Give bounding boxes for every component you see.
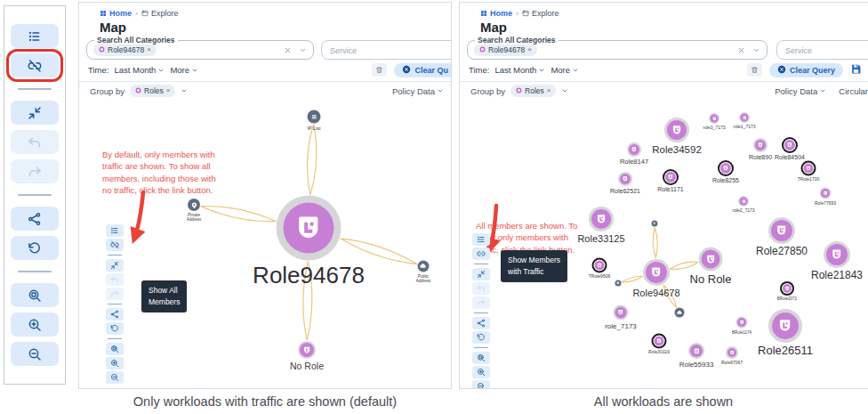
chip-remove-icon[interactable]: × bbox=[527, 46, 532, 53]
compress-button[interactable] bbox=[106, 259, 124, 272]
map-node-role84504[interactable] bbox=[784, 140, 795, 150]
layout-dropdown[interactable]: Circular bbox=[839, 86, 868, 96]
service-field[interactable] bbox=[321, 40, 452, 60]
map-node-role34592[interactable] bbox=[667, 120, 687, 140]
breadcrumb-explore-link[interactable]: Explore bbox=[522, 9, 559, 18]
list-button[interactable] bbox=[106, 224, 124, 237]
rotate-button[interactable] bbox=[106, 322, 124, 335]
delete-query-button[interactable] bbox=[372, 63, 387, 77]
clear-search-icon[interactable] bbox=[284, 42, 292, 58]
map-node-role26511[interactable] bbox=[772, 313, 799, 339]
zoom-in-button[interactable] bbox=[11, 313, 59, 337]
redo-button[interactable] bbox=[472, 296, 490, 309]
link-button[interactable] bbox=[472, 248, 490, 260]
zoom-fit-button[interactable] bbox=[472, 352, 490, 364]
zoom-in-button[interactable] bbox=[106, 357, 124, 369]
redo-button[interactable] bbox=[11, 159, 59, 183]
undo-button[interactable] bbox=[11, 130, 59, 154]
map-node-role67067[interactable] bbox=[727, 348, 736, 357]
map-node-brole1174[interactable] bbox=[737, 318, 746, 327]
map-node-role8255[interactable] bbox=[720, 163, 731, 174]
zoom-out-button[interactable] bbox=[11, 342, 59, 366]
zoom-out-button[interactable] bbox=[106, 371, 124, 384]
map-node-role2_7173[interactable] bbox=[740, 198, 748, 206]
map-node-role77693[interactable] bbox=[821, 189, 830, 198]
map-node-role1171[interactable] bbox=[665, 172, 676, 183]
list-button[interactable] bbox=[11, 24, 59, 48]
network-button[interactable] bbox=[106, 308, 124, 321]
breadcrumb-home-link[interactable]: Home bbox=[100, 9, 132, 18]
map-node-cloud[interactable] bbox=[675, 308, 685, 318]
service-input[interactable] bbox=[322, 42, 448, 60]
map-node-trole1700[interactable] bbox=[804, 164, 814, 174]
map-node-trole9506[interactable] bbox=[595, 261, 605, 271]
breadcrumb-explore-link[interactable]: Explore bbox=[141, 9, 179, 18]
chevron-down-icon[interactable] bbox=[181, 87, 188, 94]
service-field[interactable] bbox=[776, 40, 868, 60]
link-slash-button[interactable] bbox=[11, 53, 59, 77]
map-node-role21843[interactable] bbox=[826, 244, 848, 265]
zoom-out-button[interactable] bbox=[472, 380, 490, 388]
chevron-down-icon[interactable] bbox=[752, 42, 760, 58]
search-all-categories-field[interactable]: Search All Categories Role94678 × bbox=[467, 40, 768, 60]
map-node-pin[interactable] bbox=[615, 280, 622, 287]
map-node-iplist[interactable] bbox=[652, 221, 658, 227]
zoom-in-button[interactable] bbox=[472, 366, 490, 378]
chevron-down-icon[interactable] bbox=[561, 87, 568, 94]
map-node-role30119[interactable] bbox=[655, 337, 664, 346]
map-node-role8147[interactable] bbox=[629, 144, 639, 155]
compress-button[interactable] bbox=[472, 268, 490, 280]
search-chip-role94678[interactable]: Role94678 × bbox=[474, 44, 537, 56]
map-node-role_7173[interactable] bbox=[615, 307, 627, 319]
clear-query-button[interactable]: Clear Qu bbox=[394, 63, 452, 77]
map-node-role890[interactable] bbox=[755, 140, 766, 150]
undo-button[interactable] bbox=[472, 282, 490, 295]
chevron-down-icon[interactable] bbox=[299, 42, 307, 58]
more-dropdown[interactable]: More bbox=[551, 65, 579, 75]
map-node-ip-list[interactable] bbox=[308, 110, 321, 124]
more-dropdown[interactable]: More bbox=[170, 65, 198, 75]
breadcrumb-home-link[interactable]: Home bbox=[480, 9, 512, 18]
network-button[interactable] bbox=[11, 207, 59, 231]
map-node-no-role[interactable] bbox=[300, 343, 314, 357]
map-node-role1_7173[interactable] bbox=[741, 114, 749, 122]
rotate-button[interactable] bbox=[472, 331, 490, 344]
group-by-chip-roles[interactable]: Roles × bbox=[130, 85, 175, 97]
map-node-role27850[interactable] bbox=[771, 220, 792, 241]
map-node-role33125[interactable] bbox=[591, 209, 611, 229]
map-node-role62521[interactable] bbox=[620, 174, 631, 184]
compress-button[interactable] bbox=[11, 101, 59, 125]
time-range-dropdown[interactable]: Last Month bbox=[114, 65, 165, 75]
policy-data-dropdown[interactable]: Policy Data bbox=[775, 86, 826, 96]
list-button[interactable] bbox=[472, 233, 490, 246]
search-chip-role94678[interactable]: Role94678 × bbox=[93, 44, 157, 56]
undo-button[interactable] bbox=[106, 273, 124, 286]
policy-data-dropdown[interactable]: Policy Data bbox=[392, 86, 444, 96]
map-node-role55933[interactable] bbox=[690, 345, 703, 357]
map-node-role94678[interactable] bbox=[646, 262, 667, 283]
group-by-chip-roles[interactable]: Roles × bbox=[510, 85, 556, 97]
zoom-fit-button[interactable] bbox=[106, 343, 124, 355]
clear-query-button[interactable]: Clear Query bbox=[769, 63, 843, 77]
chip-remove-icon[interactable]: × bbox=[547, 87, 551, 94]
zoom-fit-button[interactable] bbox=[11, 283, 59, 307]
save-query-button[interactable] bbox=[850, 63, 862, 77]
delete-query-button[interactable] bbox=[747, 63, 762, 77]
chip-remove-icon[interactable]: × bbox=[166, 87, 171, 94]
map-node-public-address[interactable] bbox=[418, 261, 430, 272]
map-node-label: TRole9506 bbox=[589, 274, 610, 280]
map-node-private-address[interactable] bbox=[188, 199, 200, 211]
map-node-no-role[interactable] bbox=[702, 250, 720, 269]
time-range-dropdown[interactable]: Last Month bbox=[494, 65, 545, 75]
network-button[interactable] bbox=[472, 317, 490, 329]
link-slash-button[interactable] bbox=[106, 239, 124, 251]
chip-remove-icon[interactable]: × bbox=[147, 46, 151, 53]
map-node-role3_7173[interactable] bbox=[711, 115, 719, 123]
rotate-button[interactable] bbox=[11, 236, 59, 260]
clear-search-icon[interactable] bbox=[737, 42, 745, 58]
search-all-categories-field[interactable]: Search All Categories Role94678 × bbox=[86, 40, 314, 60]
map-node-role94678[interactable] bbox=[284, 203, 334, 254]
service-input[interactable] bbox=[777, 42, 868, 60]
map-node-brole2072[interactable] bbox=[783, 284, 792, 293]
redo-button[interactable] bbox=[106, 288, 124, 300]
